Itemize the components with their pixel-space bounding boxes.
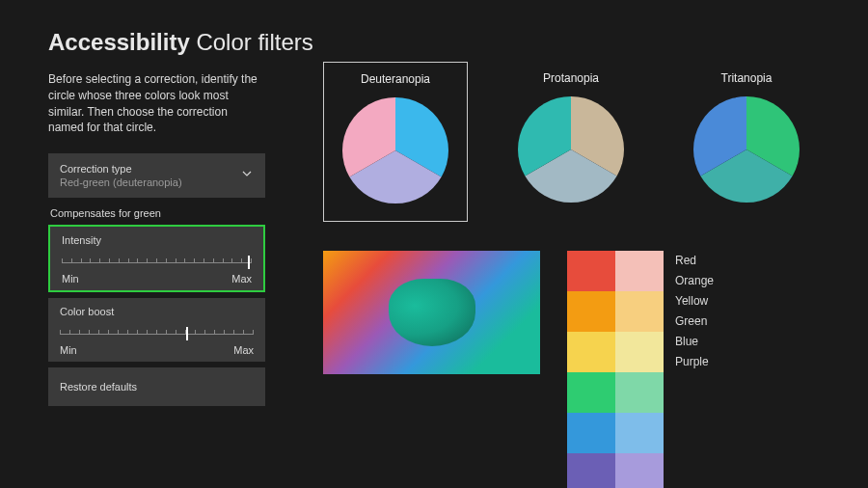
swatch [615,291,664,332]
compensates-label: Compensates for green [50,207,265,219]
title-section: Color filters [196,29,312,55]
correction-type-dropdown[interactable]: Correction type Red-green (deuteranopia) [48,153,265,198]
color-filter-option[interactable]: Deuteranopia [323,62,468,222]
color-filter-label: Tritanopia [674,71,819,85]
intensity-max: Max [231,273,252,285]
settings-sidebar: Before selecting a correction, identify … [48,71,265,488]
swatch [567,251,615,291]
swatch-label: Red [675,251,714,271]
page-title: Accessibility Color filters [48,29,820,56]
intensity-thumb[interactable] [248,256,250,269]
swatch [615,251,664,291]
color-filter-options: DeuteranopiaProtanopiaTritanopia [323,71,820,222]
restore-defaults-button[interactable]: Restore defaults [48,367,265,406]
pie-icon [693,96,800,203]
colorboost-thumb[interactable] [186,327,188,340]
swatch [567,453,615,488]
swatch-label: Orange [675,271,714,291]
colorboost-label: Color boost [60,306,254,317]
instructions-text: Before selecting a correction, identify … [48,71,265,136]
preview-image [323,251,540,374]
swatch [567,372,615,413]
swatch [615,372,664,413]
swatch [567,332,615,372]
swatch [567,413,615,453]
swatch [567,291,615,332]
color-filter-label: Deuteranopia [324,72,467,86]
swatch-label: Green [675,312,714,332]
title-category: Accessibility [48,29,190,55]
color-filter-option[interactable]: Tritanopia [674,71,819,222]
swatch-label: Yellow [675,291,714,312]
intensity-min: Min [62,273,79,285]
swatch-label: Purple [675,352,714,372]
intensity-label: Intensity [62,234,252,246]
intensity-track[interactable] [62,256,252,269]
correction-type-value: Red-green (deuteranopia) [60,176,254,188]
color-filter-label: Protanopia [499,71,643,85]
swatch [615,413,664,453]
chevron-down-icon [240,167,254,184]
colorboost-max: Max [233,344,254,356]
color-filter-option[interactable]: Protanopia [499,71,643,222]
swatch-label: Blue [675,332,714,352]
pie-icon [342,97,448,203]
correction-type-label: Correction type [60,163,254,175]
colorboost-track[interactable] [60,327,254,340]
colorboost-slider[interactable]: Color boost Min Max [48,298,265,362]
swatch [615,332,664,372]
intensity-slider[interactable]: Intensity Min Max [48,225,265,292]
swatch [615,453,664,488]
color-swatches: RedOrangeYellowGreenBluePurple [567,251,714,488]
colorboost-min: Min [60,344,77,356]
pie-icon [518,96,624,203]
